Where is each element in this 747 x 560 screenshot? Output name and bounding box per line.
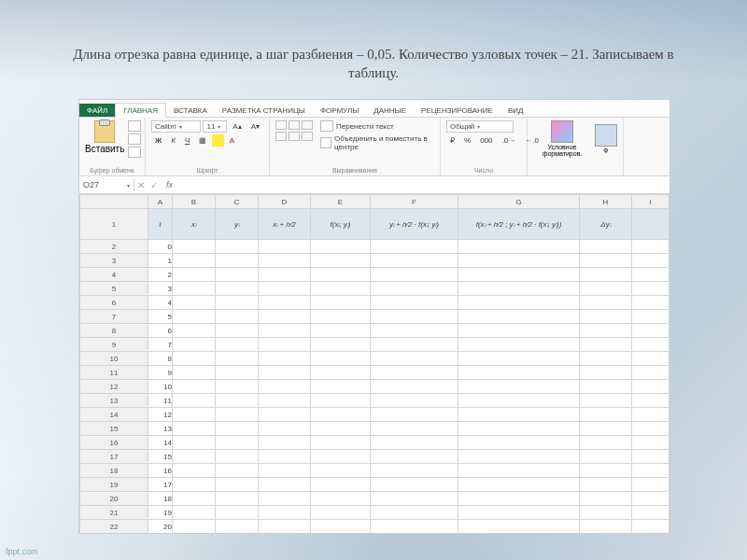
cell[interactable]	[580, 366, 632, 380]
bold-button[interactable]: Ж	[151, 134, 165, 147]
header-cell[interactable]: yᵢ + h⁄2 · f(xᵢ; yᵢ)	[371, 209, 458, 240]
cell[interactable]	[580, 450, 632, 464]
cell[interactable]	[632, 380, 669, 394]
cell[interactable]	[632, 436, 669, 450]
font-color-button[interactable]: A	[226, 134, 238, 147]
cell[interactable]: 15	[148, 450, 173, 464]
tab-home[interactable]: ГЛАВНАЯ	[115, 103, 166, 118]
cell[interactable]	[458, 352, 580, 366]
cell[interactable]	[259, 506, 311, 520]
cell[interactable]	[173, 520, 216, 534]
cell[interactable]	[458, 478, 580, 492]
row-header[interactable]: 6	[80, 296, 148, 310]
cell[interactable]	[311, 478, 371, 492]
cell[interactable]	[371, 268, 458, 282]
enter-icon[interactable]: ✓	[148, 180, 161, 190]
cell[interactable]	[580, 296, 632, 310]
header-cell[interactable]: f(xᵢ + h⁄2 ; yᵢ + h⁄2 · f(xᵢ; yᵢ))	[458, 209, 580, 240]
cell[interactable]	[371, 506, 458, 520]
row-header[interactable]: 5	[80, 282, 148, 296]
tab-pagelayout[interactable]: РАЗМЕТКА СТРАНИЦЫ	[215, 104, 313, 117]
cell[interactable]	[371, 296, 458, 310]
cell[interactable]	[259, 394, 311, 408]
cell[interactable]: 18	[148, 492, 173, 506]
fill-color-button[interactable]	[212, 134, 223, 147]
cell[interactable]	[216, 422, 259, 436]
cell[interactable]	[259, 254, 311, 268]
underline-button[interactable]: Ч	[181, 134, 193, 147]
cell[interactable]	[632, 520, 669, 534]
cell[interactable]	[632, 310, 669, 324]
cell[interactable]	[580, 520, 632, 534]
row-header[interactable]: 22	[80, 520, 148, 534]
cell[interactable]	[632, 338, 669, 352]
cell[interactable]	[173, 422, 216, 436]
cell[interactable]: 4	[148, 296, 173, 310]
border-button[interactable]: ▦	[195, 134, 210, 147]
cell[interactable]	[371, 338, 458, 352]
cell[interactable]	[632, 366, 669, 380]
cell[interactable]	[458, 282, 580, 296]
italic-button[interactable]: К	[167, 134, 179, 147]
cancel-icon[interactable]: ✕	[134, 180, 148, 190]
cell[interactable]	[371, 408, 458, 422]
cell[interactable]	[311, 296, 371, 310]
cell[interactable]	[458, 380, 580, 394]
cell[interactable]	[458, 506, 580, 520]
cell[interactable]	[580, 394, 632, 408]
alignment-buttons[interactable]	[275, 120, 313, 141]
cell[interactable]	[458, 240, 580, 254]
cell[interactable]	[371, 478, 458, 492]
cell[interactable]	[580, 464, 632, 478]
cell[interactable]	[371, 450, 458, 464]
cell[interactable]	[632, 450, 669, 464]
cell[interactable]	[632, 324, 669, 338]
cell[interactable]	[311, 464, 371, 478]
cell[interactable]	[371, 352, 458, 366]
cell[interactable]	[371, 520, 458, 534]
increase-decimal-button[interactable]: .0→	[498, 134, 519, 147]
cell[interactable]: 16	[148, 464, 173, 478]
cell[interactable]	[259, 310, 311, 324]
col-header[interactable]: D	[259, 195, 311, 209]
cell[interactable]: 19	[148, 506, 173, 520]
col-header[interactable]: E	[311, 195, 371, 209]
row-header[interactable]: 1	[80, 209, 148, 240]
row-header[interactable]: 21	[80, 506, 148, 520]
row-header[interactable]: 13	[80, 394, 148, 408]
cell[interactable]	[458, 436, 580, 450]
cell[interactable]	[311, 324, 371, 338]
cell[interactable]	[632, 282, 669, 296]
cell[interactable]	[216, 478, 259, 492]
cell[interactable]	[259, 268, 311, 282]
cell[interactable]	[632, 394, 669, 408]
cell[interactable]	[632, 254, 669, 268]
cell[interactable]	[216, 296, 259, 310]
cell[interactable]	[580, 282, 632, 296]
cell[interactable]	[259, 366, 311, 380]
cell[interactable]	[173, 506, 216, 520]
cell[interactable]	[580, 380, 632, 394]
row-header[interactable]: 7	[80, 310, 148, 324]
cell[interactable]	[371, 366, 458, 380]
cell[interactable]	[259, 352, 311, 366]
cell[interactable]	[173, 366, 216, 380]
cell[interactable]	[216, 352, 259, 366]
decrease-font-icon[interactable]: A▾	[247, 120, 263, 133]
cell[interactable]	[632, 478, 669, 492]
cell[interactable]	[311, 268, 371, 282]
formula-input[interactable]	[178, 183, 669, 187]
cell[interactable]	[173, 408, 216, 422]
cell[interactable]: 11	[148, 394, 173, 408]
cell[interactable]	[580, 268, 632, 282]
cell[interactable]	[458, 310, 580, 324]
col-header[interactable]: A	[148, 195, 173, 209]
merge-center-button[interactable]: Объединить и поместить в центре	[320, 134, 434, 151]
tab-view[interactable]: ВИД	[500, 104, 531, 117]
row-header[interactable]: 16	[80, 436, 148, 450]
select-all-corner[interactable]	[80, 195, 148, 209]
cell[interactable]	[371, 492, 458, 506]
row-header[interactable]: 20	[80, 492, 148, 506]
cell[interactable]	[173, 268, 216, 282]
cell[interactable]	[458, 408, 580, 422]
